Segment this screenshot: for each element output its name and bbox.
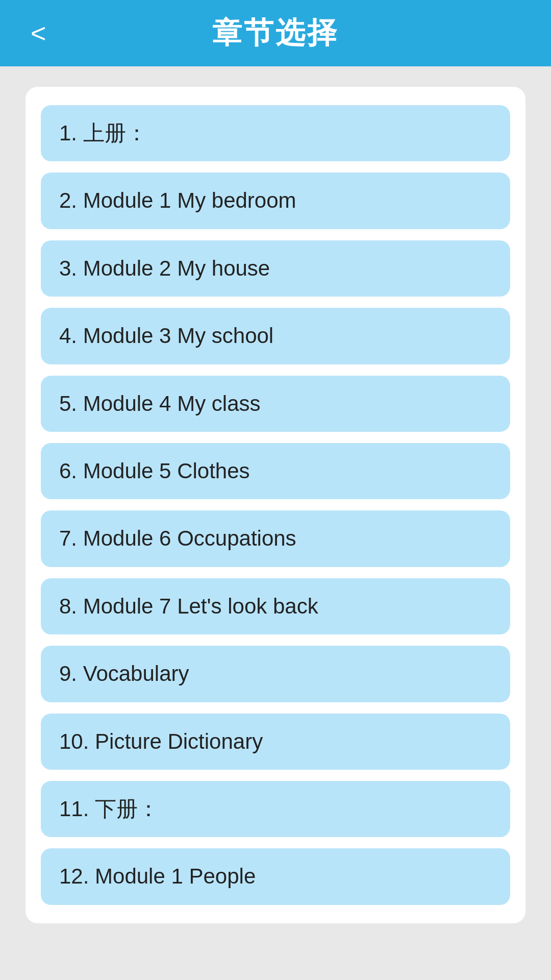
chapter-list-item[interactable]: 6. Module 5 Clothes: [41, 443, 510, 499]
chapter-item-label: 9. Vocabulary: [59, 661, 189, 687]
chapter-item-label: 7. Module 6 Occupations: [59, 526, 296, 551]
chapter-list-item[interactable]: 8. Module 7 Let's look back: [41, 578, 510, 634]
chapter-list-item[interactable]: 5. Module 4 My class: [41, 376, 510, 432]
chapter-list-item[interactable]: 7. Module 6 Occupations: [41, 510, 510, 567]
content-wrapper: 1. 上册：2. Module 1 My bedroom3. Module 2 …: [0, 66, 551, 980]
chapter-item-label: 2. Module 1 My bedroom: [59, 188, 296, 213]
page-title: 章节选择: [212, 13, 339, 53]
app-header: < 章节选择: [0, 0, 551, 66]
chapter-item-label: 6. Module 5 Clothes: [59, 458, 250, 484]
chapter-list-item[interactable]: 2. Module 1 My bedroom: [41, 173, 510, 229]
chapter-list-item[interactable]: 9. Vocabulary: [41, 646, 510, 702]
chapter-list-item[interactable]: 4. Module 3 My school: [41, 308, 510, 364]
chapter-item-label: 8. Module 7 Let's look back: [59, 594, 318, 619]
chapter-item-label: 10. Picture Dictionary: [59, 729, 263, 754]
chapter-item-label: 1. 上册：: [59, 120, 147, 146]
chapter-list-card: 1. 上册：2. Module 1 My bedroom3. Module 2 …: [26, 87, 525, 923]
chapter-list-item[interactable]: 12. Module 1 People: [41, 848, 510, 904]
chapter-item-label: 3. Module 2 My house: [59, 256, 270, 281]
chapter-list-item[interactable]: 1. 上册：: [41, 105, 510, 161]
back-button[interactable]: <: [31, 20, 46, 46]
chapter-list-item[interactable]: 3. Module 2 My house: [41, 240, 510, 297]
chapter-item-label: 4. Module 3 My school: [59, 323, 273, 349]
chapter-list-item[interactable]: 10. Picture Dictionary: [41, 714, 510, 770]
chapter-item-label: 12. Module 1 People: [59, 864, 256, 889]
chapter-item-label: 5. Module 4 My class: [59, 391, 261, 416]
chapter-list-item[interactable]: 11. 下册：: [41, 781, 510, 837]
chapter-item-label: 11. 下册：: [59, 796, 159, 822]
